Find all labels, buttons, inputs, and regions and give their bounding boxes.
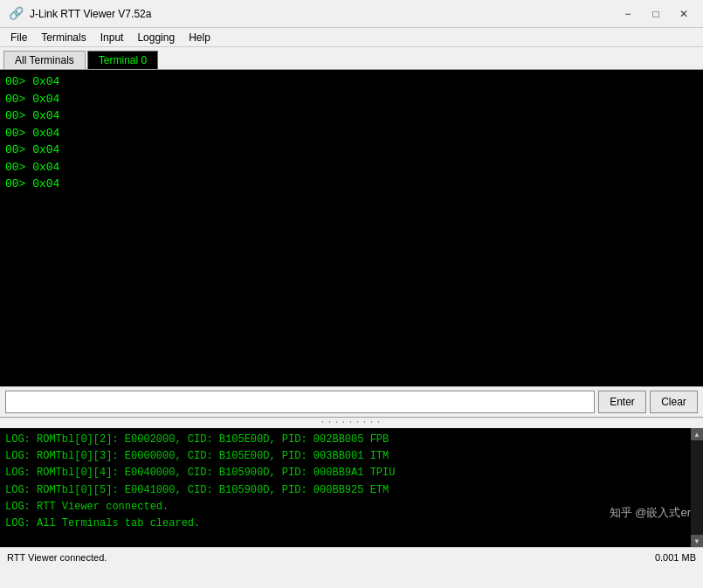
terminal-display: 00> 0x04 00> 0x04 00> 0x04 00> 0x04 00> … — [0, 70, 703, 386]
log-line: LOG: ROMTbl[0][5]: E0041000, CID: B10590… — [5, 482, 687, 499]
separator: ········· — [0, 418, 703, 428]
menu-help[interactable]: Help — [182, 30, 217, 45]
app-icon: 🔗 — [7, 5, 24, 23]
status-left: RTT Viewer connected. — [7, 552, 107, 563]
terminal-line: 00> 0x04 — [5, 142, 698, 159]
log-line: LOG: ROMTbl[0][4]: E0040000, CID: B10590… — [5, 465, 687, 481]
menu-terminals[interactable]: Terminals — [34, 30, 93, 45]
window-controls: − □ ✕ — [616, 5, 696, 23]
minimize-button[interactable]: − — [616, 5, 640, 23]
status-bar: RTT Viewer connected. 0.001 MB — [0, 547, 703, 566]
terminal-input[interactable] — [5, 391, 595, 413]
menu-file[interactable]: File — [3, 30, 34, 45]
clear-button[interactable]: Clear — [650, 391, 698, 413]
status-right: 0.001 MB — [655, 552, 696, 563]
input-row: Enter Clear — [0, 386, 703, 418]
terminal-line: 00> 0x04 — [5, 159, 698, 176]
terminal-line: 00> 0x04 — [5, 125, 698, 142]
log-line: LOG: ROMTbl[0][3]: E0000000, CID: B105E0… — [5, 448, 687, 465]
scroll-up-arrow[interactable]: ▲ — [691, 428, 703, 440]
enter-button[interactable]: Enter — [598, 391, 646, 413]
title-text: J-Link RTT Viewer V7.52a — [30, 8, 616, 20]
log-scrollbar[interactable]: ▲ ▼ — [691, 428, 703, 547]
terminal-line: 00> 0x04 — [5, 91, 698, 108]
log-line: LOG: ROMTbl[0][2]: E0002000, CID: B105E0… — [5, 432, 687, 448]
title-bar: 🔗 J-Link RTT Viewer V7.52a − □ ✕ — [0, 0, 703, 28]
log-line: LOG: RTT Viewer connected. — [5, 499, 687, 515]
tab-terminal-0[interactable]: Terminal 0 — [87, 51, 158, 69]
log-line: LOG: All Terminals tab cleared. — [5, 515, 687, 532]
menu-input[interactable]: Input — [93, 30, 131, 45]
close-button[interactable]: ✕ — [672, 5, 696, 23]
log-display: LOG: ROMTbl[0][2]: E0002000, CID: B105E0… — [0, 428, 703, 547]
menu-logging[interactable]: Logging — [130, 30, 182, 45]
terminal-line: 00> 0x04 — [5, 107, 698, 125]
log-container: LOG: ROMTbl[0][2]: E0002000, CID: B105E0… — [0, 428, 703, 547]
tab-all-terminals[interactable]: All Terminals — [3, 51, 86, 69]
scroll-down-arrow[interactable]: ▼ — [691, 535, 703, 547]
terminal-line: 00> 0x04 — [5, 176, 698, 193]
maximize-button[interactable]: □ — [644, 5, 668, 23]
tab-bar: All Terminals Terminal 0 — [0, 47, 703, 70]
menu-bar: File Terminals Input Logging Help — [0, 28, 703, 47]
terminal-line: 00> 0x04 — [5, 73, 698, 91]
